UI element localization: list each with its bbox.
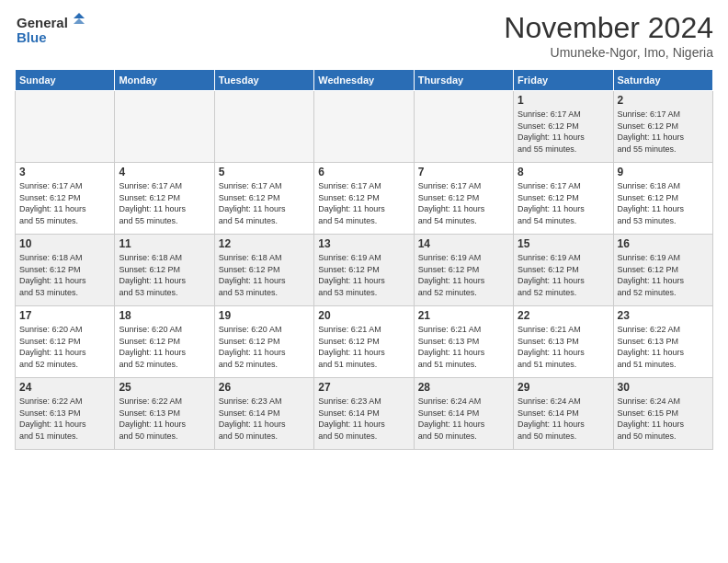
calendar-week-row: 10Sunrise: 6:18 AM Sunset: 6:12 PM Dayli… (16, 235, 713, 306)
calendar-cell: 19Sunrise: 6:20 AM Sunset: 6:12 PM Dayli… (214, 306, 313, 378)
weekday-header: Sunday (16, 70, 115, 91)
day-detail: Sunrise: 6:24 AM Sunset: 6:14 PM Dayligh… (518, 396, 609, 442)
calendar-cell: 3Sunrise: 6:17 AM Sunset: 6:12 PM Daylig… (16, 163, 115, 235)
day-number: 14 (418, 237, 509, 250)
svg-marker-3 (74, 18, 85, 24)
day-detail: Sunrise: 6:23 AM Sunset: 6:14 PM Dayligh… (219, 396, 310, 442)
day-number: 27 (318, 381, 409, 394)
calendar-cell: 8Sunrise: 6:17 AM Sunset: 6:12 PM Daylig… (514, 163, 613, 235)
calendar-cell (414, 91, 513, 163)
day-detail: Sunrise: 6:18 AM Sunset: 6:12 PM Dayligh… (119, 252, 210, 298)
calendar-cell: 25Sunrise: 6:22 AM Sunset: 6:13 PM Dayli… (115, 378, 214, 450)
weekday-header: Wednesday (314, 70, 414, 91)
day-number: 4 (119, 166, 210, 178)
day-number: 24 (19, 381, 110, 394)
day-detail: Sunrise: 6:19 AM Sunset: 6:12 PM Dayligh… (318, 252, 409, 298)
calendar-cell: 22Sunrise: 6:21 AM Sunset: 6:13 PM Dayli… (514, 306, 613, 378)
day-number: 25 (119, 381, 210, 394)
weekday-header-row: SundayMondayTuesdayWednesdayThursdayFrid… (16, 70, 713, 91)
calendar-cell (314, 91, 414, 163)
day-number: 13 (318, 237, 409, 250)
day-number: 28 (418, 381, 509, 394)
calendar-cell: 7Sunrise: 6:17 AM Sunset: 6:12 PM Daylig… (414, 163, 513, 235)
calendar-cell: 24Sunrise: 6:22 AM Sunset: 6:13 PM Dayli… (16, 378, 115, 450)
day-number: 22 (518, 309, 609, 322)
calendar-cell: 27Sunrise: 6:23 AM Sunset: 6:14 PM Dayli… (314, 378, 414, 450)
weekday-header: Thursday (414, 70, 513, 91)
day-detail: Sunrise: 6:17 AM Sunset: 6:12 PM Dayligh… (219, 180, 310, 226)
svg-text:Blue: Blue (17, 29, 47, 45)
day-detail: Sunrise: 6:21 AM Sunset: 6:12 PM Dayligh… (318, 324, 409, 370)
weekday-header: Friday (514, 70, 613, 91)
day-number: 23 (618, 309, 709, 322)
day-number: 17 (19, 309, 110, 322)
weekday-header: Monday (115, 70, 214, 91)
day-detail: Sunrise: 6:18 AM Sunset: 6:12 PM Dayligh… (219, 252, 310, 298)
calendar-cell (214, 91, 313, 163)
calendar-cell: 23Sunrise: 6:22 AM Sunset: 6:13 PM Dayli… (613, 306, 712, 378)
day-number: 19 (219, 309, 310, 322)
logo-icon: General Blue (15, 11, 88, 52)
day-number: 8 (518, 166, 609, 178)
day-number: 7 (418, 166, 509, 178)
day-number: 16 (618, 237, 709, 250)
calendar-cell: 12Sunrise: 6:18 AM Sunset: 6:12 PM Dayli… (214, 235, 313, 306)
calendar-cell: 18Sunrise: 6:20 AM Sunset: 6:12 PM Dayli… (115, 306, 214, 378)
header: General Blue November 2024 Umuneke-Ngor,… (15, 11, 713, 60)
day-number: 15 (518, 237, 609, 250)
calendar-week-row: 24Sunrise: 6:22 AM Sunset: 6:13 PM Dayli… (16, 378, 713, 450)
calendar-cell (16, 91, 115, 163)
day-detail: Sunrise: 6:19 AM Sunset: 6:12 PM Dayligh… (518, 252, 609, 298)
day-number: 5 (219, 166, 310, 178)
day-number: 20 (318, 309, 409, 322)
calendar-cell: 20Sunrise: 6:21 AM Sunset: 6:12 PM Dayli… (314, 306, 414, 378)
calendar-cell: 10Sunrise: 6:18 AM Sunset: 6:12 PM Dayli… (16, 235, 115, 306)
day-detail: Sunrise: 6:21 AM Sunset: 6:13 PM Dayligh… (418, 324, 509, 370)
day-number: 18 (119, 309, 210, 322)
day-number: 10 (19, 237, 110, 250)
day-detail: Sunrise: 6:20 AM Sunset: 6:12 PM Dayligh… (119, 324, 210, 370)
weekday-header: Tuesday (214, 70, 313, 91)
calendar-cell: 2Sunrise: 6:17 AM Sunset: 6:12 PM Daylig… (613, 91, 712, 163)
day-detail: Sunrise: 6:21 AM Sunset: 6:13 PM Dayligh… (518, 324, 609, 370)
day-detail: Sunrise: 6:17 AM Sunset: 6:12 PM Dayligh… (19, 180, 110, 226)
day-number: 29 (518, 381, 609, 394)
day-detail: Sunrise: 6:17 AM Sunset: 6:12 PM Dayligh… (518, 180, 609, 226)
calendar-cell: 1Sunrise: 6:17 AM Sunset: 6:12 PM Daylig… (514, 91, 613, 163)
calendar-cell: 29Sunrise: 6:24 AM Sunset: 6:14 PM Dayli… (514, 378, 613, 450)
title-block: November 2024 Umuneke-Ngor, Imo, Nigeria (504, 11, 713, 60)
calendar-week-row: 3Sunrise: 6:17 AM Sunset: 6:12 PM Daylig… (16, 163, 713, 235)
calendar-cell: 26Sunrise: 6:23 AM Sunset: 6:14 PM Dayli… (214, 378, 313, 450)
day-detail: Sunrise: 6:17 AM Sunset: 6:12 PM Dayligh… (119, 180, 210, 226)
month-title: November 2024 (504, 11, 713, 45)
day-number: 26 (219, 381, 310, 394)
day-number: 9 (618, 166, 709, 178)
day-detail: Sunrise: 6:18 AM Sunset: 6:12 PM Dayligh… (618, 180, 709, 226)
calendar-cell: 15Sunrise: 6:19 AM Sunset: 6:12 PM Dayli… (514, 235, 613, 306)
day-detail: Sunrise: 6:17 AM Sunset: 6:12 PM Dayligh… (418, 180, 509, 226)
calendar-cell: 4Sunrise: 6:17 AM Sunset: 6:12 PM Daylig… (115, 163, 214, 235)
day-number: 1 (518, 94, 609, 107)
calendar-week-row: 1Sunrise: 6:17 AM Sunset: 6:12 PM Daylig… (16, 91, 713, 163)
svg-text:General: General (17, 15, 68, 30)
calendar-container: General Blue November 2024 Umuneke-Ngor,… (0, 0, 728, 457)
calendar-cell (115, 91, 214, 163)
day-detail: Sunrise: 6:24 AM Sunset: 6:15 PM Dayligh… (618, 396, 709, 442)
day-detail: Sunrise: 6:20 AM Sunset: 6:12 PM Dayligh… (219, 324, 310, 370)
day-detail: Sunrise: 6:22 AM Sunset: 6:13 PM Dayligh… (19, 396, 110, 442)
calendar-cell: 5Sunrise: 6:17 AM Sunset: 6:12 PM Daylig… (214, 163, 313, 235)
day-number: 12 (219, 237, 310, 250)
calendar-cell: 16Sunrise: 6:19 AM Sunset: 6:12 PM Dayli… (613, 235, 712, 306)
calendar-cell: 13Sunrise: 6:19 AM Sunset: 6:12 PM Dayli… (314, 235, 414, 306)
day-number: 2 (618, 94, 709, 107)
calendar-table: SundayMondayTuesdayWednesdayThursdayFrid… (15, 69, 713, 450)
day-detail: Sunrise: 6:17 AM Sunset: 6:12 PM Dayligh… (518, 109, 609, 155)
svg-marker-2 (74, 13, 85, 18)
calendar-cell: 11Sunrise: 6:18 AM Sunset: 6:12 PM Dayli… (115, 235, 214, 306)
day-detail: Sunrise: 6:20 AM Sunset: 6:12 PM Dayligh… (19, 324, 110, 370)
calendar-cell: 6Sunrise: 6:17 AM Sunset: 6:12 PM Daylig… (314, 163, 414, 235)
day-detail: Sunrise: 6:17 AM Sunset: 6:12 PM Dayligh… (318, 180, 409, 226)
day-detail: Sunrise: 6:22 AM Sunset: 6:13 PM Dayligh… (618, 324, 709, 370)
calendar-cell: 17Sunrise: 6:20 AM Sunset: 6:12 PM Dayli… (16, 306, 115, 378)
day-detail: Sunrise: 6:17 AM Sunset: 6:12 PM Dayligh… (618, 109, 709, 155)
